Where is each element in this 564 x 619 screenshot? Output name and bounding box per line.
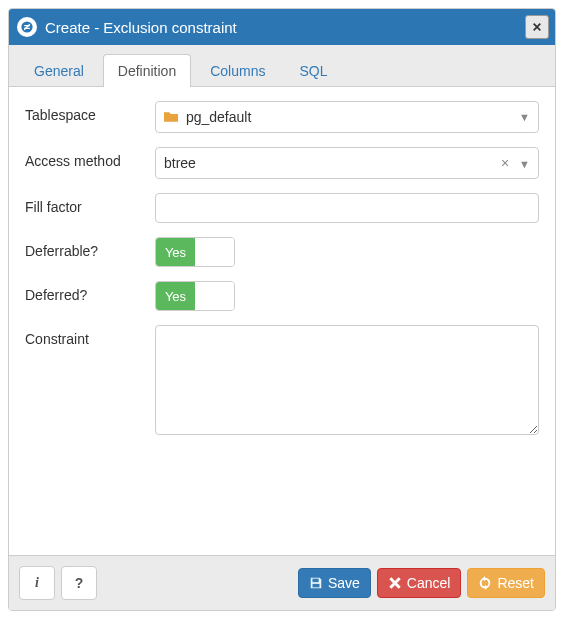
tab-columns[interactable]: Columns [195, 54, 280, 87]
select-access-method-value: btree [164, 155, 196, 171]
textarea-constraint[interactable] [155, 325, 539, 435]
save-button-label: Save [328, 575, 360, 591]
label-constraint: Constraint [25, 325, 155, 347]
caret-down-icon: ▼ [519, 111, 530, 123]
footer: i ? Save Cancel Reset [9, 555, 555, 610]
info-icon: i [35, 575, 39, 591]
row-access-method: Access method btree × ▼ [25, 147, 539, 179]
tab-general[interactable]: General [19, 54, 99, 87]
tabbar: General Definition Columns SQL [9, 45, 555, 87]
help-button[interactable]: ? [61, 566, 97, 600]
clear-icon[interactable]: × [501, 155, 509, 171]
form-area: Tablespace pg_default ▼ Access method bt [9, 87, 555, 555]
help-icon: ? [75, 575, 84, 591]
toggle-deferred[interactable]: Yes [155, 281, 235, 311]
toggle-deferrable[interactable]: Yes [155, 237, 235, 267]
reset-icon [478, 576, 492, 590]
reset-button[interactable]: Reset [467, 568, 545, 598]
select-tablespace-value: pg_default [186, 109, 251, 125]
folder-icon [164, 109, 182, 125]
toggle-deferrable-off [195, 238, 234, 266]
toggle-deferrable-value: Yes [156, 238, 195, 266]
row-deferrable: Deferrable? Yes [25, 237, 539, 267]
select-access-method[interactable]: btree × ▼ [155, 147, 539, 179]
cancel-button[interactable]: Cancel [377, 568, 462, 598]
input-fill-factor[interactable] [155, 193, 539, 223]
reset-button-label: Reset [497, 575, 534, 591]
row-fill-factor: Fill factor [25, 193, 539, 223]
row-deferred: Deferred? Yes [25, 281, 539, 311]
label-fill-factor: Fill factor [25, 193, 155, 215]
close-button[interactable] [525, 15, 549, 39]
close-icon [532, 22, 542, 32]
titlebar: Create - Exclusion constraint [9, 9, 555, 45]
row-constraint: Constraint [25, 325, 539, 438]
tab-definition[interactable]: Definition [103, 54, 191, 87]
save-button[interactable]: Save [298, 568, 371, 598]
label-deferred: Deferred? [25, 281, 155, 303]
caret-down-icon: ▼ [519, 158, 530, 170]
svg-rect-7 [312, 584, 319, 588]
label-access-method: Access method [25, 147, 155, 169]
cancel-icon [388, 576, 402, 590]
cancel-button-label: Cancel [407, 575, 451, 591]
app-icon [17, 17, 37, 37]
toggle-deferred-off [195, 282, 234, 310]
dialog: Create - Exclusion constraint General De… [8, 8, 556, 611]
select-tablespace[interactable]: pg_default ▼ [155, 101, 539, 133]
label-tablespace: Tablespace [25, 101, 155, 123]
label-deferrable: Deferrable? [25, 237, 155, 259]
info-button[interactable]: i [19, 566, 55, 600]
dialog-title: Create - Exclusion constraint [45, 19, 525, 36]
toggle-deferred-value: Yes [156, 282, 195, 310]
save-icon [309, 576, 323, 590]
row-tablespace: Tablespace pg_default ▼ [25, 101, 539, 133]
svg-rect-6 [312, 579, 318, 583]
tab-sql[interactable]: SQL [284, 54, 342, 87]
